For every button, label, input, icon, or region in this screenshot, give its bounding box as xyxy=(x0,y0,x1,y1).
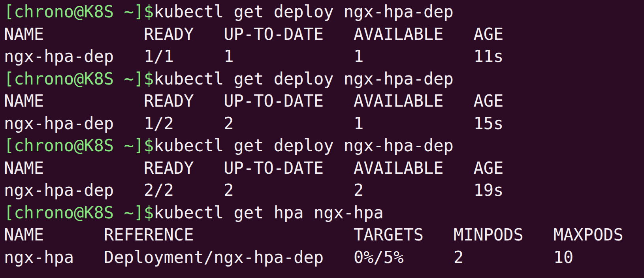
shell-command: kubectl get deploy ngx-hpa-dep xyxy=(154,69,454,88)
terminal-screen[interactable]: [chrono@K8S ~]$kubectl get deploy ngx-hp… xyxy=(0,0,644,278)
table-row-text: ngx-hpa-dep 2/2 2 2 19s xyxy=(4,180,503,200)
table-header-text: NAME READY UP-TO-DATE AVAILABLE AGE xyxy=(4,24,503,44)
shell-prompt: [chrono@K8S ~]$ xyxy=(4,2,154,21)
terminal-output: [chrono@K8S ~]$kubectl get deploy ngx-hp… xyxy=(4,1,644,269)
table-row-text: ngx-hpa Deployment/ngx-hpa-dep 0%/5% 2 1… xyxy=(4,248,573,267)
table-header-line: NAME READY UP-TO-DATE AVAILABLE AGE xyxy=(4,157,644,180)
shell-prompt: [chrono@K8S ~]$ xyxy=(4,203,154,222)
table-header-line: NAME READY UP-TO-DATE AVAILABLE AGE xyxy=(4,90,644,113)
command-line-1: [chrono@K8S ~]$kubectl get deploy ngx-hp… xyxy=(4,1,644,23)
table-header-text: NAME READY UP-TO-DATE AVAILABLE AGE xyxy=(4,91,503,111)
table-row-line: ngx-hpa Deployment/ngx-hpa-dep 0%/5% 2 1… xyxy=(4,246,644,269)
command-line-4: [chrono@K8S ~]$kubectl get hpa ngx-hpa xyxy=(4,202,644,224)
shell-prompt: [chrono@K8S ~]$ xyxy=(4,69,154,88)
table-row-line: ngx-hpa-dep 2/2 2 2 19s xyxy=(4,179,644,202)
shell-command: kubectl get deploy ngx-hpa-dep xyxy=(154,136,454,155)
shell-command: kubectl get hpa ngx-hpa xyxy=(154,203,384,222)
command-line-2: [chrono@K8S ~]$kubectl get deploy ngx-hp… xyxy=(4,68,644,90)
table-header-text: NAME REFERENCE TARGETS MINPODS MAXPODS xyxy=(4,225,623,244)
table-header-text: NAME READY UP-TO-DATE AVAILABLE AGE xyxy=(4,158,503,178)
command-line-3: [chrono@K8S ~]$kubectl get deploy ngx-hp… xyxy=(4,135,644,157)
table-row-text: ngx-hpa-dep 1/2 2 1 15s xyxy=(4,114,503,133)
table-row-line: ngx-hpa-dep 1/1 1 1 11s xyxy=(4,45,644,68)
table-header-line: NAME READY UP-TO-DATE AVAILABLE AGE xyxy=(4,23,644,46)
table-header-line: NAME REFERENCE TARGETS MINPODS MAXPODS xyxy=(4,224,644,246)
table-row-text: ngx-hpa-dep 1/1 1 1 11s xyxy=(4,47,503,66)
table-row-line: ngx-hpa-dep 1/2 2 1 15s xyxy=(4,113,644,135)
shell-prompt: [chrono@K8S ~]$ xyxy=(4,136,154,155)
shell-command: kubectl get deploy ngx-hpa-dep xyxy=(154,2,454,21)
